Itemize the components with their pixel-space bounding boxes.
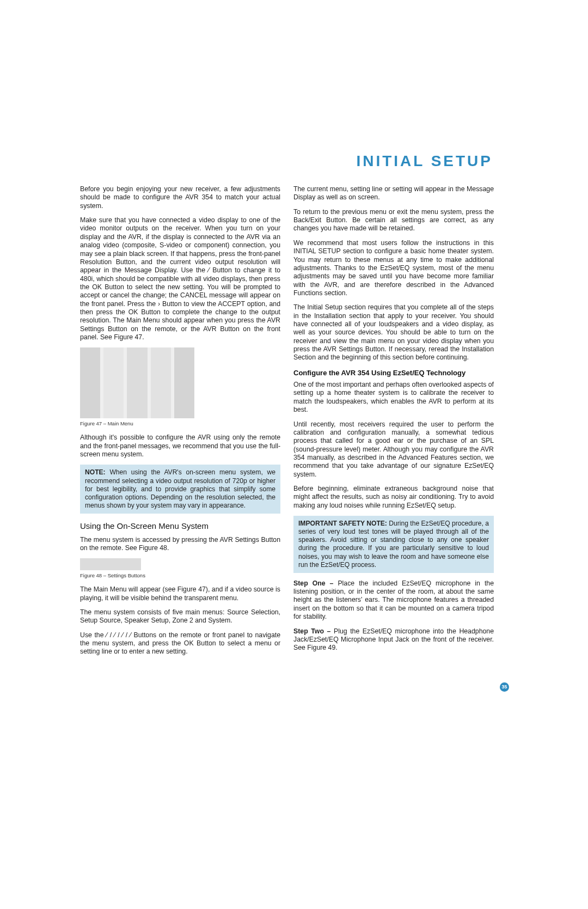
body-paragraph: Although it's possible to configure the …: [80, 434, 280, 459]
page-number-badge: 35: [500, 682, 509, 692]
menu-stripe: [151, 347, 171, 418]
figure-48-caption: Figure 48 – Settings Buttons: [80, 572, 280, 579]
body-paragraph: The menu system is accessed by pressing …: [80, 536, 280, 553]
menu-stripe: [80, 347, 100, 418]
body-paragraph: To return to the previous menu or exit t…: [293, 208, 494, 233]
step-two-paragraph: Step Two – Plug the EzSet/EQ microphone …: [293, 627, 494, 652]
body-paragraph: The current menu, setting line or settin…: [293, 185, 494, 202]
note-label: NOTE:: [85, 468, 106, 476]
two-column-layout: Before you begin enjoying your new recei…: [80, 185, 494, 662]
step-one-paragraph: Step One – Place the included EzSet/EQ m…: [293, 579, 494, 621]
body-paragraph: Make sure that you have connected a vide…: [80, 216, 280, 341]
manual-page: INITIAL SETUP Before you begin enjoying …: [0, 0, 588, 909]
note-box: NOTE: When using the AVR's on-screen men…: [80, 465, 280, 514]
section-title: INITIAL SETUP: [80, 152, 494, 170]
figure-48-settings-buttons: [80, 558, 141, 570]
step-two-label: Step Two –: [293, 627, 330, 635]
body-paragraph: One of the most important and perhaps of…: [293, 381, 494, 414]
figure-47-main-menu: [80, 347, 194, 418]
safety-note-label: IMPORTANT SAFETY NOTE:: [298, 520, 387, 527]
subheading-onscreen-menu: Using the On-Screen Menu System: [80, 521, 280, 532]
subheading-ezset: Configure the AVR 354 Using EzSet/EQ Tec…: [293, 369, 494, 377]
body-paragraph: The Initial Setup section requires that …: [293, 303, 494, 362]
body-paragraph: Until recently, most receivers required …: [293, 420, 494, 479]
body-paragraph: The Main Menu will appear (see Figure 47…: [80, 585, 280, 602]
body-paragraph: The menu system consists of five main me…: [80, 608, 280, 625]
figure-47-caption: Figure 47 – Main Menu: [80, 420, 280, 427]
left-column: Before you begin enjoying your new recei…: [80, 185, 280, 662]
menu-stripe: [174, 347, 194, 418]
menu-stripe: [127, 347, 147, 418]
intro-paragraph: Before you begin enjoying your new recei…: [80, 185, 280, 210]
safety-note-box: IMPORTANT SAFETY NOTE: During the EzSet/…: [293, 516, 494, 573]
note-body: When using the AVR's on-screen menu syst…: [85, 468, 275, 509]
menu-stripe: [103, 347, 124, 418]
body-paragraph: We recommend that most users follow the …: [293, 239, 494, 298]
right-column: The current menu, setting line or settin…: [293, 185, 494, 662]
body-paragraph: Use the ⁄ / ⁄ / ⁄ / ⁄ Buttons on the rem…: [80, 631, 280, 656]
content-area: INITIAL SETUP Before you begin enjoying …: [80, 152, 494, 662]
step-one-label: Step One –: [293, 579, 333, 587]
body-paragraph: Before beginning, eliminate extraneous b…: [293, 485, 494, 510]
